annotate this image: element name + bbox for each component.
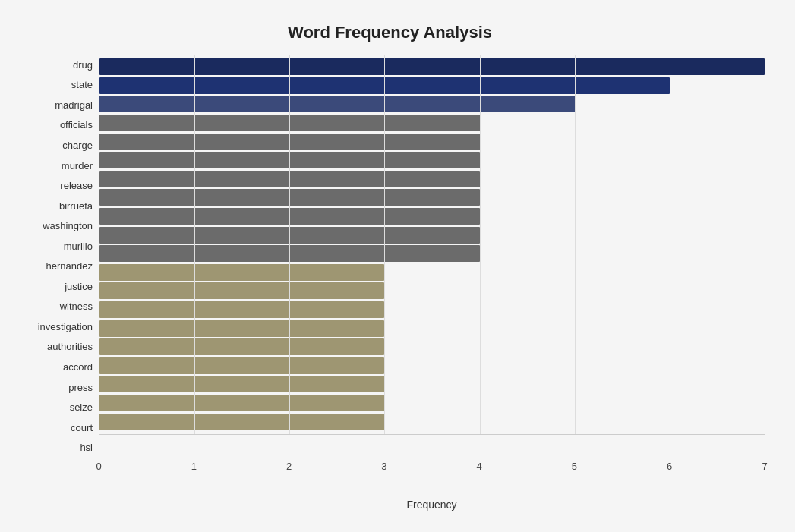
y-label: drug xyxy=(73,55,93,75)
y-label: madrigal xyxy=(55,95,93,115)
grid-line xyxy=(289,55,290,434)
y-label: birrueta xyxy=(59,196,93,216)
grid-line xyxy=(765,55,765,434)
y-axis: drugstatemadrigalofficialschargemurderre… xyxy=(15,55,99,480)
bar-row xyxy=(99,244,765,263)
chart-container: Word Frequency Analysis drugstatemadriga… xyxy=(0,0,795,532)
y-label: charge xyxy=(62,135,93,156)
bar xyxy=(99,357,384,374)
bar xyxy=(99,58,765,75)
bar xyxy=(99,301,384,318)
grid-line xyxy=(194,55,195,434)
bar-row xyxy=(99,357,765,376)
bars-area xyxy=(99,55,765,435)
x-tick-label: 4 xyxy=(477,461,482,472)
y-label: justice xyxy=(65,276,93,297)
bar-row xyxy=(99,207,765,226)
y-label: seize xyxy=(70,397,93,417)
y-label: murder xyxy=(62,156,93,176)
y-label: investigation xyxy=(38,316,93,337)
x-tick-label: 6 xyxy=(667,461,672,472)
grid-line xyxy=(670,55,670,434)
bar-row xyxy=(99,375,765,394)
y-label: hernandez xyxy=(46,256,93,276)
plot-area: 01234567 Frequency xyxy=(99,55,765,480)
bar xyxy=(99,320,384,337)
bar-row xyxy=(99,225,765,244)
bar-row xyxy=(99,412,765,431)
bar-row xyxy=(99,114,765,133)
y-label: court xyxy=(71,417,93,438)
bar xyxy=(99,395,384,411)
bars-rows xyxy=(99,55,765,434)
bar-row xyxy=(99,77,765,96)
bar-row xyxy=(99,263,765,282)
bar xyxy=(99,264,384,281)
y-label: murillo xyxy=(64,236,93,257)
x-tick-label: 1 xyxy=(191,461,197,472)
bar xyxy=(99,96,575,112)
bar xyxy=(99,282,384,299)
y-label: press xyxy=(68,377,93,398)
y-label: officials xyxy=(60,115,93,136)
bar-row xyxy=(99,338,765,357)
x-tick-label: 5 xyxy=(572,461,577,472)
bar-row xyxy=(99,301,765,320)
y-label: washington xyxy=(43,216,93,236)
x-tick-label: 3 xyxy=(381,461,386,472)
x-tick-label: 2 xyxy=(286,461,292,472)
x-axis-title: Frequency xyxy=(406,499,456,511)
x-tick-label: 0 xyxy=(96,461,101,472)
bar-row xyxy=(99,394,765,413)
grid-line xyxy=(575,55,576,434)
x-axis-labels: 01234567 xyxy=(99,458,765,480)
bar-row xyxy=(99,132,765,151)
y-label: hsi xyxy=(80,437,93,458)
y-label: release xyxy=(60,175,93,196)
grid-line xyxy=(384,55,385,434)
y-label: witness xyxy=(60,297,93,317)
bar-row xyxy=(99,170,765,189)
bar-row xyxy=(99,282,765,301)
x-tick-label: 7 xyxy=(762,461,767,472)
chart-area: drugstatemadrigalofficialschargemurderre… xyxy=(15,55,765,480)
bar xyxy=(99,414,384,430)
bar xyxy=(99,376,384,392)
y-label: authorities xyxy=(47,337,93,357)
bar-row xyxy=(99,319,765,338)
chart-title: Word Frequency Analysis xyxy=(15,15,765,42)
bar xyxy=(99,338,384,355)
y-label: accord xyxy=(63,357,93,377)
bar-row xyxy=(99,188,765,207)
bar-row xyxy=(99,95,765,114)
y-label: state xyxy=(71,75,93,96)
bar-row xyxy=(99,151,765,170)
bar-row xyxy=(99,58,765,77)
grid-line xyxy=(480,55,481,434)
